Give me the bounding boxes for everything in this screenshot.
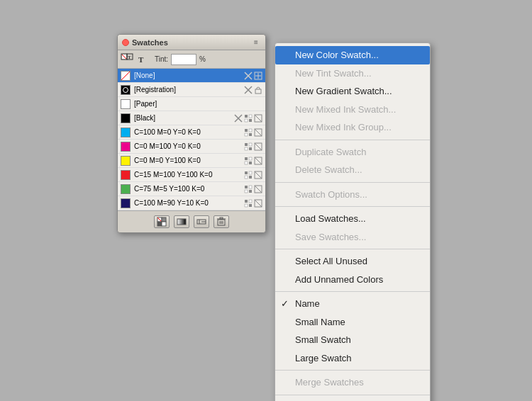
menu-item-delete-swatch: Delete Swatch... — [275, 161, 430, 179]
svg-rect-53 — [249, 200, 252, 203]
svg-line-21 — [255, 115, 262, 122]
swatch-color-yellow — [121, 156, 131, 166]
swatch-name-registration: [Registration] — [134, 86, 243, 94]
svg-rect-41 — [249, 171, 252, 174]
menu-item-large-swatch[interactable]: Large Swatch — [275, 349, 430, 368]
swatch-icons-magenta — [244, 142, 262, 151]
context-menu: New Color Swatch... New Tint Swatch... N… — [275, 43, 431, 401]
svg-line-45 — [255, 171, 262, 179]
swatch-icons-green — [244, 185, 262, 193]
svg-rect-60 — [162, 218, 166, 222]
menu-item-new-gradient-swatch[interactable]: New Gradient Swatch... — [275, 82, 430, 101]
swatch-options-button[interactable] — [194, 215, 209, 228]
swatch-color-green — [121, 184, 131, 194]
menu-item-name[interactable]: Name — [275, 295, 430, 313]
swatch-icons-cyan — [244, 128, 262, 137]
svg-rect-17 — [249, 115, 252, 118]
tint-label: Tint: — [155, 55, 168, 63]
swatch-color-registration — [121, 85, 131, 95]
svg-rect-34 — [245, 157, 248, 160]
svg-rect-52 — [245, 200, 248, 203]
panel-menu-button[interactable]: ≡ — [251, 38, 261, 47]
swatch-icons-red — [244, 171, 262, 179]
svg-line-39 — [255, 157, 262, 164]
darkblue-icon2 — [254, 199, 262, 208]
swatch-name-darkblue: C=100 M=90 Y=10 K=0 — [134, 199, 243, 207]
svg-rect-61 — [157, 222, 162, 226]
svg-rect-24 — [245, 133, 248, 136]
magenta-icon2 — [254, 142, 262, 151]
svg-rect-23 — [249, 129, 252, 132]
swatch-name-paper: [Paper] — [134, 100, 262, 108]
svg-rect-25 — [249, 133, 252, 136]
swatch-name-black: [Black] — [134, 114, 233, 122]
yellow-grid-icon — [244, 157, 253, 165]
swatch-color-magenta — [121, 142, 131, 152]
text-swatch-icon[interactable]: T — [136, 53, 149, 66]
swatch-color-red — [121, 170, 131, 180]
swatch-color-cyan — [121, 128, 131, 137]
swatch-name-cyan: C=100 M=0 Y=0 K=0 — [134, 128, 243, 136]
svg-text:T: T — [138, 55, 144, 64]
menu-separator-5 — [275, 291, 430, 292]
swatch-row-green[interactable]: C=75 M=5 Y=100 K=0 — [118, 182, 265, 196]
swatch-icons-darkblue — [244, 199, 262, 208]
swatch-row-red[interactable]: C=15 M=100 Y=100 K=0 — [118, 168, 265, 182]
black-grid-icon — [244, 114, 253, 123]
svg-rect-62 — [162, 222, 166, 226]
swatch-icons-yellow — [244, 157, 262, 165]
tint-input[interactable] — [171, 54, 196, 65]
swatch-list: [None] [Registration] — [118, 69, 265, 211]
svg-rect-63 — [177, 219, 186, 225]
swatch-row-paper[interactable]: [Paper] — [118, 97, 265, 111]
svg-rect-16 — [245, 115, 248, 118]
svg-rect-43 — [249, 176, 252, 179]
swatch-row-darkblue[interactable]: C=100 M=90 Y=10 K=0 — [118, 196, 265, 210]
close-button[interactable] — [122, 39, 129, 46]
panel-title-left: Swatches — [122, 38, 168, 47]
svg-rect-54 — [245, 204, 248, 207]
swatch-name-red: C=15 M=100 Y=100 K=0 — [134, 171, 243, 179]
svg-rect-22 — [245, 129, 248, 132]
svg-line-57 — [255, 200, 262, 207]
swatch-row-magenta[interactable]: C=0 M=100 Y=0 K=0 — [118, 140, 265, 154]
menu-item-select-all-unused[interactable]: Select All Unused — [275, 252, 430, 271]
svg-rect-18 — [245, 119, 248, 122]
new-gradient-swatch-button[interactable] — [174, 215, 189, 228]
menu-item-small-name[interactable]: Small Name — [275, 313, 430, 332]
panel-footer — [118, 211, 265, 232]
delete-swatch-button[interactable] — [214, 215, 229, 228]
svg-rect-55 — [249, 204, 252, 207]
menu-item-new-color-swatch[interactable]: New Color Swatch... — [275, 46, 430, 64]
svg-rect-48 — [245, 190, 248, 193]
new-color-swatch-button[interactable] — [154, 215, 170, 228]
swatch-name-magenta: C=0 M=100 Y=0 K=0 — [134, 142, 243, 150]
svg-rect-13 — [255, 89, 261, 94]
svg-rect-31 — [249, 147, 252, 150]
percent-label: % — [199, 55, 206, 63]
swatch-row-cyan[interactable]: C=100 M=0 Y=0 K=0 — [118, 125, 265, 140]
swatch-row-none[interactable]: [None] — [118, 69, 265, 83]
menu-item-small-swatch[interactable]: Small Swatch — [275, 331, 430, 349]
menu-separator-4 — [275, 249, 430, 249]
swatch-row-yellow[interactable]: C=0 M=0 Y=100 K=0 — [118, 154, 265, 168]
reg-lock-icon — [254, 86, 262, 94]
menu-separator-3 — [275, 206, 430, 207]
color-mode-icon[interactable]: T — [121, 53, 133, 66]
swatch-color-none — [121, 71, 131, 81]
swatch-color-darkblue — [121, 198, 131, 208]
svg-rect-69 — [220, 218, 223, 219]
menu-item-ink-manager[interactable]: Ink Manager... — [275, 398, 430, 402]
none-x-icon — [244, 72, 253, 80]
menu-separator-7 — [275, 395, 430, 395]
menu-item-new-tint-swatch: New Tint Swatch... — [275, 64, 430, 83]
red-grid-icon — [244, 171, 253, 179]
menu-item-swatch-options: Swatch Options... — [275, 186, 430, 204]
menu-item-add-unnamed-colors[interactable]: Add Unnamed Colors — [275, 271, 430, 289]
svg-rect-28 — [245, 143, 248, 146]
swatch-icons-black — [234, 114, 262, 123]
menu-item-duplicate-swatch: Duplicate Swatch — [275, 143, 430, 162]
swatch-row-registration[interactable]: [Registration] — [118, 83, 265, 97]
swatch-row-black[interactable]: [Black] — [118, 111, 265, 125]
menu-item-load-swatches[interactable]: Load Swatches... — [275, 210, 430, 228]
